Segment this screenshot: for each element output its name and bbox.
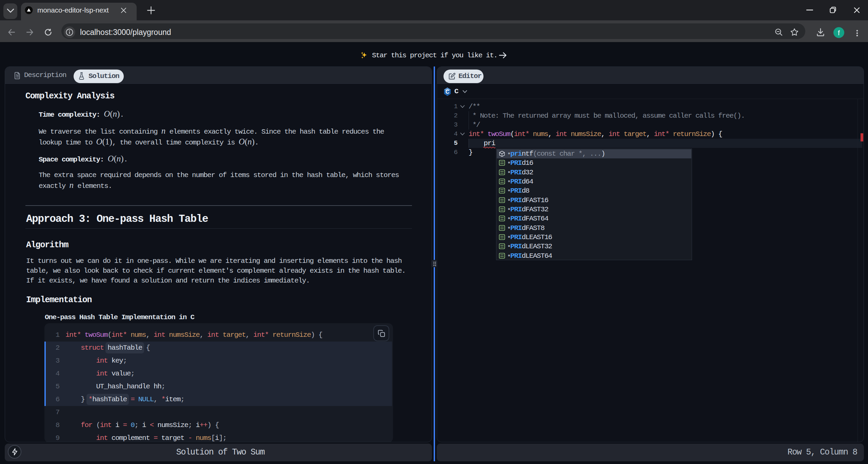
svg-text:C: C (446, 89, 450, 95)
